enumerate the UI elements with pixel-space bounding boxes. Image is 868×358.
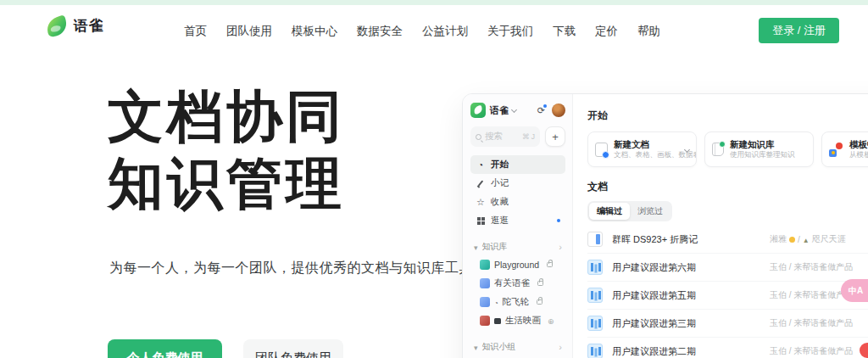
mountain-emoji-icon [803, 235, 810, 244]
doc-meta: 玉伯 / 来帮语雀做产品 [770, 345, 853, 357]
doc-row: 用户建议跟进第六期 玉伯 / 来帮语雀做产品 [587, 254, 868, 282]
section-title: 知识库 [482, 241, 508, 253]
caret-down-icon [474, 243, 482, 252]
search-icon [476, 134, 481, 140]
nav-item-download[interactable]: 下载 [553, 24, 576, 39]
film-emoji-icon [494, 318, 501, 324]
nav-item-pricing[interactable]: 定价 [595, 24, 618, 39]
clock-icon [476, 160, 486, 170]
caret-down-icon [474, 343, 482, 352]
sidebar-item-label: 小记 [491, 177, 509, 189]
nav-item-help[interactable]: 帮助 [637, 24, 660, 39]
sidebar-item-start: 开始 [470, 155, 565, 174]
doc-row: 用户建议跟进第五期 玉伯 / 来帮语雀做产品 [587, 282, 868, 310]
card-title: 模板中心 [849, 138, 868, 150]
book-icon [480, 297, 490, 307]
doc-title: 用户建议跟进第五期 [612, 289, 770, 302]
nav-item-home[interactable]: 首页 [184, 24, 207, 39]
card-title: 新建知识库 [730, 138, 795, 150]
card-subtitle: 文档、表格、画板、数据表 [614, 150, 679, 160]
template-center-card: 模板中心 从模板中 [821, 131, 868, 167]
section-title: 知识小组 [482, 341, 516, 353]
doc-row: 用户建议跟进第三期 玉伯 / 来帮语雀做产品 [587, 310, 868, 338]
doc-list: 群晖 DS923+ 折腾记 湘雅 / 咫尺天涯 用户建议跟进第六期 玉伯 / 来… [587, 226, 868, 358]
kb-item-life-film: 生活映画 [470, 311, 565, 330]
workspace-logo-icon [470, 103, 486, 118]
doc-title: 用户建议跟进第六期 [612, 261, 770, 274]
template-center-icon [829, 143, 843, 157]
doc-title: 群晖 DS923+ 折腾记 [612, 233, 770, 246]
sidebar-menu: 开始 小记 收藏 逛逛 [470, 155, 565, 230]
globe-icon [545, 316, 554, 326]
sidebar-item-notes: 小记 [470, 174, 565, 193]
tab-edited: 编辑过 [589, 203, 630, 220]
chevron-right-icon: › [559, 243, 562, 252]
lock-icon [537, 281, 543, 286]
preview-main: 开始 新建文档 文档、表格、画板、数据表 新建知识库 使用知识库整理知识 [573, 94, 868, 358]
quick-action-cards: 新建文档 文档、表格、画板、数据表 新建知识库 使用知识库整理知识 模板中心 从… [587, 131, 868, 167]
logo-text: 语雀 [74, 16, 104, 36]
doc-meta: 玉伯 / 来帮语雀做产品 [770, 317, 853, 329]
sync-icon: ⟳ [537, 106, 545, 115]
yuque-bird-icon [45, 14, 70, 37]
book-icon [480, 278, 490, 288]
team-free-use-button[interactable]: 团队免费使用 [243, 339, 343, 358]
new-kb-icon [712, 143, 724, 156]
workspace-name: 语雀 [490, 104, 509, 117]
nav-item-templates[interactable]: 模板中心 [292, 24, 337, 39]
app-preview-image: 语雀 ⟳ 搜索 ⌘ J + 开始 小记 收藏 [462, 93, 868, 358]
hero-title-line1: 文档协同 [108, 83, 345, 150]
nav-item-security[interactable]: 数据安全 [357, 24, 403, 39]
site-header: 语雀 首页 团队使用 模板中心 数据安全 公益计划 关于我们 下载 定价 帮助 … [0, 5, 868, 49]
hero-title: 文档协同 知识管理 [108, 83, 345, 217]
doc-meta: 玉伯 / 来帮语雀做产品 [770, 261, 853, 273]
card-subtitle: 使用知识库整理知识 [730, 150, 795, 160]
new-doc-icon [595, 143, 608, 157]
doc-board-icon [587, 344, 603, 358]
doc-file-icon [587, 232, 603, 247]
personal-free-use-button[interactable]: 个人免费使用 [108, 339, 222, 358]
doc-meta-user: 湘雅 [770, 233, 787, 245]
sidebar-item-label: 开始 [491, 159, 509, 171]
doc-title: 用户建议跟进第三期 [612, 317, 770, 330]
notification-dot [557, 219, 560, 222]
card-subtitle: 从模板中 [849, 150, 868, 160]
doc-meta-separator: / [798, 235, 800, 244]
kb-label: Playground [494, 260, 539, 270]
nav-item-public-welfare[interactable]: 公益计划 [422, 24, 468, 39]
card-title: 新建文档 [614, 138, 679, 150]
star-icon [476, 198, 486, 207]
doc-row: 用户建议跟进第二期 玉伯 / 来帮语雀做产品 [587, 338, 868, 358]
tab-viewed: 浏览过 [630, 203, 670, 220]
clock-emoji-icon [494, 297, 498, 307]
knowledge-base-list: Playground 有关语雀 陀飞轮 生活映画 [470, 255, 565, 330]
login-register-button[interactable]: 登录 / 注册 [759, 18, 839, 43]
book-icon [480, 316, 490, 326]
docs-tabs: 编辑过 浏览过 [587, 201, 672, 221]
nav-item-teams[interactable]: 团队使用 [226, 24, 272, 39]
chevron-right-icon: › [559, 343, 562, 352]
hero-subtitle: 为每一个人，为每一个团队，提供优秀的文档与知识库工具 [109, 260, 473, 277]
doc-board-icon [587, 316, 603, 331]
doc-board-icon [587, 288, 603, 303]
doc-row: 群晖 DS923+ 折腾记 湘雅 / 咫尺天涯 [587, 226, 868, 254]
sidebar-item-explore: 逛逛 [470, 211, 565, 230]
translate-icon: 中A [849, 285, 863, 297]
doc-title: 用户建议跟进第二期 [612, 345, 770, 358]
lock-icon [537, 299, 542, 305]
nav-item-about[interactable]: 关于我们 [487, 24, 533, 39]
search-placeholder: 搜索 [485, 131, 503, 143]
main-nav: 首页 团队使用 模板中心 数据安全 公益计划 关于我们 下载 定价 帮助 [184, 10, 660, 53]
kb-item-tourbillon: 陀飞轮 [470, 293, 565, 311]
yuque-logo[interactable]: 语雀 [47, 16, 104, 36]
book-icon [480, 260, 490, 270]
sidebar-item-label: 逛逛 [491, 215, 509, 227]
pen-icon [476, 179, 486, 188]
docs-heading: 文档 [587, 180, 868, 194]
section-header-knowledge-bases: 知识库 › [470, 241, 565, 253]
doc-meta-book: 咫尺天涯 [812, 233, 846, 245]
kb-item-about-yuque: 有关语雀 [470, 274, 565, 293]
translate-widget-button[interactable]: 中A [841, 279, 868, 302]
kb-label: 生活映画 [505, 315, 541, 327]
preview-workspace-switcher: 语雀 ⟳ [470, 102, 565, 119]
